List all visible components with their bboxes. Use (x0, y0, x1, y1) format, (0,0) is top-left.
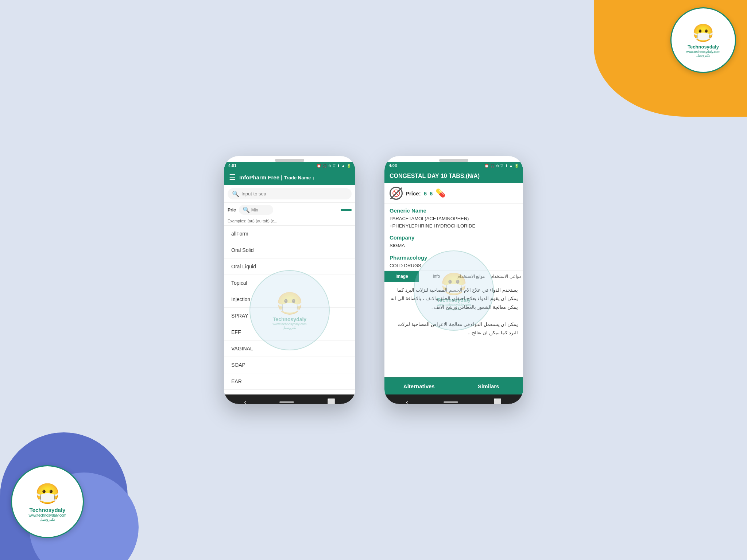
phone-1-status-icons: ⏰ 🎧 ⊖ ▽ ⬆ ▲ 🔋 (317, 164, 351, 168)
similars-button[interactable]: Similars (454, 378, 523, 394)
dropdown-item[interactable]: Oral Liquid (224, 258, 355, 275)
logo-brand-name-bl: Technosydaly (30, 506, 66, 514)
teal-bar (341, 209, 352, 211)
logo-website-top: www.technosydaly.com (686, 50, 720, 54)
hamburger-menu-icon[interactable]: ☰ (229, 173, 236, 182)
logo-tagline-top: بكتروسيل (696, 54, 710, 57)
price-value-2: 6 (430, 190, 433, 197)
dropdown-item[interactable]: Oral Solid (224, 242, 355, 258)
drug-header: CONGESTAL DAY 10 TABS.(N/A) (384, 169, 523, 183)
dropdown-item[interactable]: Injection (224, 291, 355, 308)
arabic-para-1: يستخدم الدواء في علاج الام الجسم المصاحب… (390, 286, 518, 311)
arabic-para-2: يمكن ان يستعمل الدواء في معالجة الاعراض … (390, 320, 518, 337)
generic-name-value: PARACETAMOL(ACETAMINOPHEN)+PHENYLEPHRINE… (390, 215, 518, 229)
search-container: 🔍 (224, 185, 355, 203)
drug-price-row: 🚫 Price: 6 6 💊 (384, 183, 523, 204)
drug-title: CONGESTAL DAY 10 TABS.(N/A) (390, 173, 518, 179)
square-nav-btn[interactable]: ⬜ (327, 398, 335, 404)
drug-bottom-buttons: Alternatives Similars (384, 377, 523, 394)
dropdown-item[interactable]: Topical (224, 275, 355, 291)
company-label: Company (390, 234, 518, 241)
phone-2-status-bar: 4:03 ⏰ 🎧 ⊖ ▽ ⬆ ▲ 🔋 (384, 162, 523, 169)
phone-2-bottom-nav: ‹ ⬜ (384, 394, 523, 404)
drug-tab-image[interactable]: Image (384, 271, 419, 282)
phone-1: 4:01 ⏰ 🎧 ⊖ ▽ ⬆ ▲ 🔋 ☰ InfoPharm Free | (224, 156, 355, 404)
arabic-content: يستخدم الدواء في علاج الام الجسم المصاحب… (384, 282, 523, 341)
price-value-1: 6 (424, 190, 427, 197)
no-rx-icon: 🚫 (390, 187, 403, 200)
logo-mask-icon: 😷 (692, 23, 714, 43)
pharmacology-label: Pharmacology (390, 254, 518, 261)
dropdown-item[interactable]: VAGINAL (224, 341, 355, 357)
pharmacology-value: COLD DRUGS (390, 262, 518, 269)
dropdown-item[interactable]: EYE (224, 390, 355, 394)
phone-1-bottom-nav: ‹ ⬜ (224, 394, 355, 404)
home-nav-indicator-2[interactable] (444, 401, 458, 403)
filter-row: Pric 🔍 (224, 203, 355, 217)
trade-name-filter[interactable]: Trade Name ↓ (284, 175, 315, 180)
filter-search-icon: 🔍 (243, 206, 250, 213)
square-nav-btn-2[interactable]: ⬜ (494, 398, 502, 404)
logo-bottom-left: 😷 Technosydaly www.technosydaly.com بكتر… (11, 465, 84, 538)
company-section: Company SIGMA (384, 231, 523, 251)
dropdown-area: 😷 Technosydaly www.technosydaly.com بكتر… (224, 226, 355, 394)
logo-website-bl: www.technosydaly.com (28, 513, 66, 517)
generic-name-label: Generic Name (390, 207, 518, 214)
dropdown-item[interactable]: SOAP (224, 357, 355, 373)
search-icon: 🔍 (232, 190, 239, 197)
pill-icon: 💊 (436, 188, 445, 198)
logo-brand-name-top: Technosydaly (688, 44, 719, 50)
price-filter-label: Pric (228, 207, 236, 213)
phone-2: 4:03 ⏰ 🎧 ⊖ ▽ ⬆ ▲ 🔋 CONGESTAL DAY 10 TABS… (384, 156, 523, 404)
form-dropdown-list: allFormOral SolidOral LiquidTopicalInjec… (224, 226, 355, 394)
phone-2-status-icons: ⏰ 🎧 ⊖ ▽ ⬆ ▲ 🔋 (484, 164, 519, 168)
phone-2-body: 4:03 ⏰ 🎧 ⊖ ▽ ⬆ ▲ 🔋 CONGESTAL DAY 10 TABS… (384, 162, 523, 404)
examples-row: Examples: (au) (au tab) (c... (224, 217, 355, 226)
dropdown-item[interactable]: EAR (224, 373, 355, 390)
app-title: InfoPharm Free | Trade Name ↓ (239, 174, 314, 180)
alternatives-button[interactable]: Alternatives (384, 378, 454, 394)
home-nav-indicator[interactable] (279, 401, 294, 403)
phone-2-notch (439, 159, 468, 162)
drug-tabs: Imageinfoموانع الاستخدامدواعي الاستخدام (384, 271, 523, 282)
generic-name-section: Generic Name PARACETAMOL(ACETAMINOPHEN)+… (384, 204, 523, 231)
phone-1-body: 4:01 ⏰ 🎧 ⊖ ▽ ⬆ ▲ 🔋 ☰ InfoPharm Free | (224, 162, 355, 404)
price-label: Price: (406, 190, 421, 197)
drug-tab-info[interactable]: info (419, 271, 454, 282)
phones-container: 4:01 ⏰ 🎧 ⊖ ▽ ⬆ ▲ 🔋 ☰ InfoPharm Free | (224, 156, 523, 404)
phone-1-notch (275, 159, 304, 162)
drug-tab----------------[interactable]: دواعي الاستخدام (488, 271, 523, 282)
phone-1-time: 4:01 (228, 163, 236, 168)
company-value: SIGMA (390, 242, 518, 249)
back-nav-btn[interactable]: ‹ (244, 398, 246, 404)
phone-1-app-header: ☰ InfoPharm Free | Trade Name ↓ (224, 169, 355, 185)
logo-tagline-bl: بكتروسيل (40, 517, 55, 521)
pharmacology-section: Pharmacology COLD DRUGS (384, 251, 523, 271)
search-input[interactable] (241, 191, 347, 197)
dropdown-item[interactable]: SPRAY (224, 308, 355, 324)
search-wrapper[interactable]: 🔍 (228, 188, 352, 199)
phone-1-status-bar: 4:01 ⏰ 🎧 ⊖ ▽ ⬆ ▲ 🔋 (224, 162, 355, 169)
back-nav-btn-2[interactable]: ‹ (406, 398, 408, 404)
dropdown-item[interactable]: allForm (224, 226, 355, 242)
drug-content: 😷 Technosydaly www.technosydaly.com بكتر… (384, 204, 523, 377)
phone-2-time: 4:03 (389, 163, 397, 168)
min-filter-wrapper[interactable]: 🔍 (239, 205, 273, 215)
dropdown-item[interactable]: EFF (224, 324, 355, 341)
logo-mask-icon-bl: 😷 (35, 482, 60, 506)
logo-top-right: 😷 Technosydaly www.technosydaly.com بكتر… (670, 7, 736, 73)
drug-tab----------------[interactable]: موانع الاستخدام (454, 271, 488, 282)
min-filter-input[interactable] (251, 207, 270, 213)
